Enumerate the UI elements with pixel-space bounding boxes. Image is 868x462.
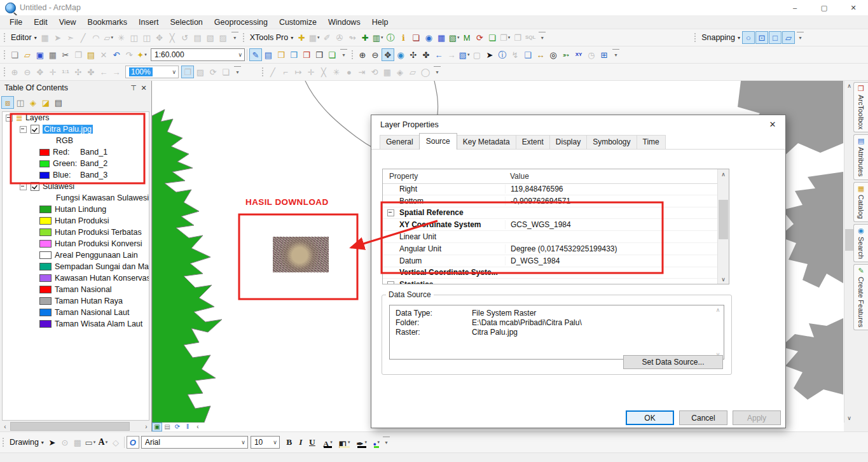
menu-item[interactable]: Selection [164,17,208,28]
property-row[interactable]: XY Coordinate System GCS_WGS_1984 [383,219,718,231]
scroll-right-icon[interactable]: › [141,421,151,431]
data-driven-pages-icon[interactable]: ❏ [219,66,232,78]
pan-icon[interactable]: ✥ [382,48,394,61]
shape-tool-icon[interactable]: ▭ [84,436,97,449]
property-row[interactable]: Statistics [383,279,718,284]
layout-back-icon[interactable]: ← [97,66,110,78]
adv-fillet-icon[interactable]: ⌐ [279,66,292,78]
search-tab[interactable]: ◉ Search [853,224,868,262]
model-builder-icon[interactable]: ❏ [326,48,338,61]
toolbar-grip[interactable] [242,32,245,43]
raster-layer-name[interactable]: Citra Palu.jpg [43,125,93,134]
select-elements-icon[interactable]: ➤ [483,48,496,61]
toolbar-overflow-icon[interactable]: ▾ [383,437,390,449]
layout-fixed-out-icon[interactable]: ✤ [85,66,97,78]
zoom-to-selected-icon[interactable]: ▩ [71,436,84,449]
legend-item[interactable]: Taman Nasional Laut [3,307,149,318]
property-row[interactable]: Datum D_WGS_1984 [383,255,718,267]
marker-color-button[interactable]: • [372,435,381,449]
menu-item[interactable]: Insert [133,17,164,28]
list-by-visibility-icon[interactable]: ◈ [27,96,39,109]
scroll-left-button[interactable]: ‹ [193,423,203,431]
end-snapping-icon[interactable]: ⊡ [755,31,768,44]
adv-copy-tool-icon[interactable]: ╱ [266,66,279,78]
toc-options-icon[interactable]: ▤ [52,96,65,109]
apply-button[interactable]: Apply [733,410,781,425]
scroll-up-icon[interactable]: ∧ [844,81,854,90]
sketch-properties-icon[interactable]: ▧ [204,31,217,44]
dialog-tab[interactable]: Key Metadata [457,135,516,149]
vector-layer-name[interactable]: Sulawesi [43,182,74,191]
xtools-paste-icon[interactable]: ❐ [511,31,524,44]
list-by-drawing-order-icon[interactable]: ⧈ [1,96,14,109]
xtools-sql-icon[interactable]: SQL [524,31,537,44]
legend-item[interactable]: Hutan Produksi Konversi [3,238,149,249]
xtools-add-feature-icon[interactable]: ✚ [295,31,308,44]
undo-icon[interactable]: ↶ [110,48,123,61]
catalog-tab[interactable]: ▦ Catalog [853,182,868,222]
xtools-layers-icon[interactable]: ❐ [499,31,511,44]
new-document-icon[interactable]: ❏ [8,48,21,61]
zoom-in-icon[interactable]: ⊕ [356,48,369,61]
fill-color-button[interactable]: ◧ [338,435,352,449]
create-features-tab[interactable]: ✎ Create Features [853,264,868,330]
change-layout-icon[interactable]: ⟳ [207,66,219,78]
edit-vertices-icon[interactable]: ◇ [109,436,122,449]
html-popup-icon[interactable]: ❑ [521,48,534,61]
map-scale-combo[interactable]: 1:60.000∨ [151,48,245,61]
property-row[interactable]: Linear Unit [383,231,718,243]
hyperlink-icon[interactable]: ↯ [509,48,521,61]
toolbar-overflow-icon[interactable]: ▾ [612,49,619,61]
layout-100pct-icon[interactable]: 1:1 [59,66,72,78]
attributes-window-icon[interactable]: ▤ [191,31,204,44]
adv-replace-geometry-icon[interactable]: ◈ [394,66,406,78]
property-row[interactable]: Angular Unit Degree (0,0174532925199433) [383,243,718,255]
catalog-window-icon[interactable]: ❒ [275,48,287,61]
toolbar-grip[interactable] [2,437,4,447]
midpoint-icon[interactable]: ✳ [115,31,128,44]
adv-align-icon[interactable]: ▦ [381,66,394,78]
attributes-tab[interactable]: ▤ Attributes [853,134,868,179]
menu-item[interactable]: Help [366,17,394,28]
toolbar-grip[interactable] [3,32,6,43]
full-extent-icon[interactable]: ◉ [394,48,407,61]
redo-icon[interactable]: ↷ [123,48,135,61]
toolbar-overflow-icon[interactable]: ▾ [340,49,347,61]
xtools-tools-icon[interactable]: ✇ [333,31,346,44]
toolbar-grip[interactable] [3,50,6,60]
fixed-zoom-out-icon[interactable]: ✤ [420,48,432,61]
toolbar-grip[interactable] [3,67,6,77]
xtools-table-operations-icon[interactable]: ▦ [308,31,320,44]
vertex-snapping-icon[interactable]: □ [769,31,782,44]
move-tool-icon[interactable]: ✥ [153,31,166,44]
menu-item[interactable]: Windows [322,17,366,28]
collapse-icon[interactable] [20,183,27,190]
dialog-tab[interactable]: Symbology [586,135,637,149]
chevron-down-icon[interactable]: ∨ [238,52,242,58]
dialog-title-bar[interactable]: Layer Properties ✕ [371,115,785,134]
layer-checkbox[interactable] [31,182,39,191]
select-elements-icon[interactable]: ➤ [46,436,59,449]
drawing-menu-button[interactable]: Drawing [7,437,46,447]
python-window-icon[interactable]: ❒ [313,48,326,61]
adv-line-intersection-icon[interactable]: ╳ [317,66,330,78]
font-size-combo[interactable]: 10∨ [251,436,280,449]
scroll-left-icon[interactable]: ‹ [0,421,10,431]
fixed-zoom-in-icon[interactable]: ✣ [407,48,420,61]
table-of-contents-window-icon[interactable]: ▤ [262,48,275,61]
data-view-button[interactable]: ▣ [152,423,162,431]
dialog-tab[interactable]: Source [419,133,457,150]
refresh-view-button[interactable]: ⟳ [172,423,183,431]
set-data-source-button[interactable]: Set Data Source... [623,355,723,369]
xtools-help-icon[interactable]: ℹ [397,31,410,44]
dialog-tab[interactable]: Extent [516,135,550,149]
underline-button[interactable]: U [307,437,318,447]
pause-drawing-button[interactable]: ‖ [183,423,193,431]
close-button[interactable]: ✕ [839,0,868,15]
menu-item[interactable]: Customize [273,17,322,28]
layout-whole-page-icon[interactable]: ✛ [46,66,59,78]
delete-icon[interactable]: ✕ [97,48,110,61]
scroll-down-icon[interactable]: ∨ [718,274,729,284]
close-icon[interactable]: ✕ [139,84,149,92]
font-family-combo[interactable]: Arial∨ [141,436,248,449]
